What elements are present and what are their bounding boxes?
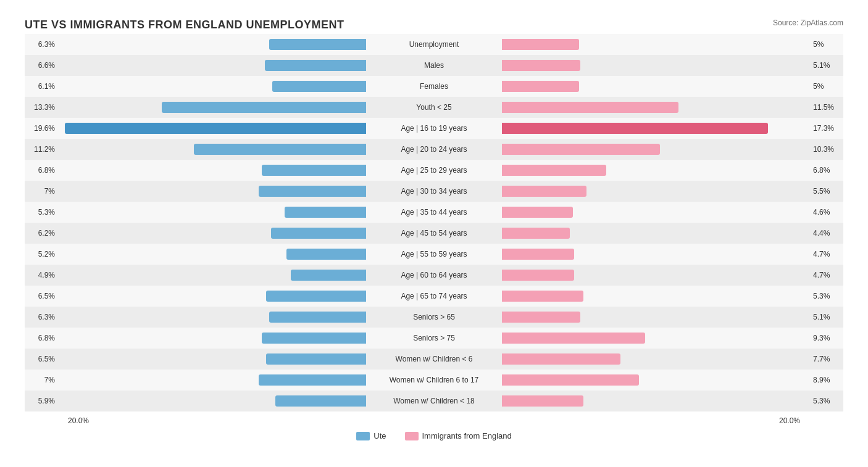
bar-blue <box>269 39 366 50</box>
left-bar-container <box>59 374 366 386</box>
left-bar-container <box>59 39 366 50</box>
left-value: 7% <box>25 376 59 384</box>
left-bar-container <box>59 60 366 71</box>
right-value: 5% <box>809 40 843 49</box>
right-bar-container <box>502 374 809 386</box>
legend-ute-swatch <box>356 432 370 440</box>
right-value: 17.3% <box>809 124 843 133</box>
bar-blue <box>275 395 366 407</box>
bar-pink <box>502 165 606 176</box>
legend-immigrants-swatch <box>405 432 419 440</box>
bar-pink <box>502 353 620 365</box>
center-label: Age | 60 to 64 years <box>366 271 502 279</box>
left-bar-container <box>59 353 366 365</box>
left-value: 13.3% <box>25 103 59 112</box>
bar-pink <box>502 395 583 407</box>
x-axis-right-label: 20.0% <box>775 416 809 425</box>
left-bar-container <box>59 249 366 260</box>
bar-pink <box>502 228 570 239</box>
left-bar-container <box>59 291 366 302</box>
right-value: 5.3% <box>809 292 843 300</box>
chart-row: 6.5% Women w/ Children < 6 7.7% <box>25 349 843 370</box>
chart-row: 6.1% Females 5% <box>25 76 843 97</box>
right-value: 5.5% <box>809 187 843 196</box>
center-label: Age | 30 to 34 years <box>366 187 502 196</box>
right-bar-container <box>502 353 809 365</box>
chart-row: 6.8% Age | 25 to 29 years 6.8% <box>25 160 843 181</box>
chart-row: 5.9% Women w/ Children < 18 5.3% <box>25 391 843 411</box>
left-value: 7% <box>25 187 59 196</box>
left-value: 6.3% <box>25 40 59 49</box>
bar-pink <box>502 123 768 134</box>
right-bar-container <box>502 81 809 92</box>
bar-blue <box>259 186 366 197</box>
left-bar-container <box>59 186 366 197</box>
center-label: Youth < 25 <box>366 103 502 112</box>
bar-blue <box>271 228 366 239</box>
chart-row: 7% Age | 30 to 34 years 5.5% <box>25 181 843 202</box>
bar-pink <box>502 312 580 323</box>
left-bar-container <box>59 333 366 344</box>
left-value: 6.6% <box>25 61 59 70</box>
chart-row: 6.6% Males 5.1% <box>25 55 843 76</box>
center-label: Age | 55 to 59 years <box>366 250 502 258</box>
chart-row: 6.3% Unemployment 5% <box>25 34 843 55</box>
left-bar-container <box>59 228 366 239</box>
center-label: Age | 16 to 19 years <box>366 124 502 133</box>
chart-area: 6.3% Unemployment 5% 6.6% Males 5.1% 6.1… <box>25 34 843 411</box>
center-label: Age | 20 to 24 years <box>366 145 502 154</box>
right-value: 8.9% <box>809 376 843 384</box>
center-label: Males <box>366 61 502 70</box>
bar-pink <box>502 102 678 113</box>
left-value: 6.5% <box>25 292 59 300</box>
bar-pink <box>502 291 583 302</box>
left-bar-container <box>59 81 366 92</box>
right-value: 4.4% <box>809 229 843 238</box>
bar-blue <box>194 144 366 155</box>
left-bar-container <box>59 270 366 281</box>
bar-pink <box>502 270 574 281</box>
bar-blue <box>65 123 366 134</box>
center-label: Females <box>366 82 502 91</box>
left-bar-container <box>59 312 366 323</box>
bar-blue <box>259 374 366 386</box>
right-value: 6.8% <box>809 166 843 175</box>
bar-blue <box>272 81 366 92</box>
chart-row: 6.3% Seniors > 65 5.1% <box>25 307 843 328</box>
right-value: 9.3% <box>809 334 843 342</box>
center-label: Age | 25 to 29 years <box>366 166 502 175</box>
chart-row: 13.3% Youth < 25 11.5% <box>25 97 843 118</box>
legend-ute: Ute <box>356 431 386 440</box>
chart-row: 19.6% Age | 16 to 19 years 17.3% <box>25 118 843 139</box>
right-bar-container <box>502 270 809 281</box>
left-bar-container <box>59 102 366 113</box>
right-value: 7.7% <box>809 355 843 363</box>
center-label: Women w/ Children < 6 <box>366 355 502 363</box>
bar-pink <box>502 39 579 50</box>
right-bar-container <box>502 60 809 71</box>
left-value: 5.9% <box>25 397 59 405</box>
center-label: Age | 35 to 44 years <box>366 208 502 217</box>
left-value: 6.5% <box>25 355 59 363</box>
right-value: 4.7% <box>809 250 843 258</box>
bar-pink <box>502 144 660 155</box>
chart-title: UTE VS IMMIGRANTS FROM ENGLAND UNEMPLOYM… <box>25 19 344 31</box>
bar-blue <box>291 270 366 281</box>
center-label: Seniors > 65 <box>366 313 502 321</box>
bar-pink <box>502 60 580 71</box>
legend: Ute Immigrants from England <box>25 431 843 440</box>
chart-row: 11.2% Age | 20 to 24 years 10.3% <box>25 139 843 160</box>
chart-row: 4.9% Age | 60 to 64 years 4.7% <box>25 265 843 286</box>
center-label: Unemployment <box>366 40 502 49</box>
bar-blue <box>262 333 366 344</box>
bar-pink <box>502 207 573 218</box>
left-value: 19.6% <box>25 124 59 133</box>
right-value: 11.5% <box>809 103 843 112</box>
right-value: 5.3% <box>809 397 843 405</box>
legend-immigrants: Immigrants from England <box>405 431 512 440</box>
left-value: 5.3% <box>25 208 59 217</box>
left-value: 6.1% <box>25 82 59 91</box>
chart-row: 6.5% Age | 65 to 74 years 5.3% <box>25 286 843 307</box>
center-label: Age | 65 to 74 years <box>366 292 502 300</box>
chart-row: 6.8% Seniors > 75 9.3% <box>25 328 843 349</box>
